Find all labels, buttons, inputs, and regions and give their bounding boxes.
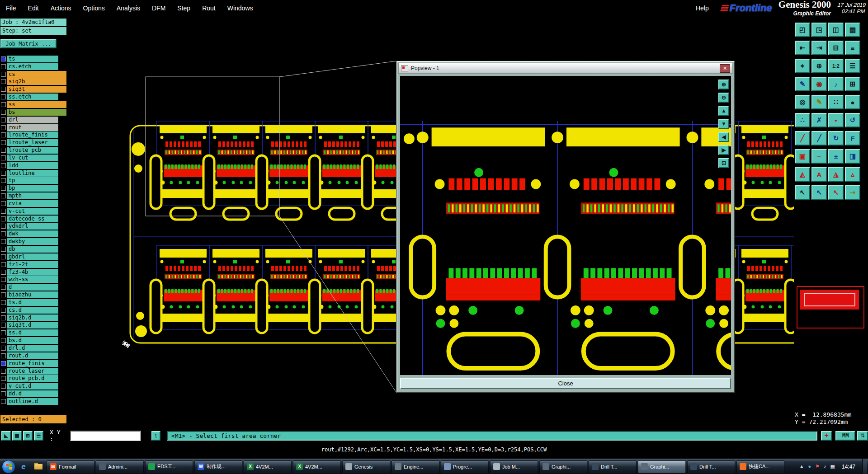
popview-close-x-button[interactable]: ✕ bbox=[720, 64, 730, 73]
layer-name[interactable]: dd.d bbox=[7, 390, 58, 397]
layer-visibility-checkbox[interactable] bbox=[1, 155, 6, 160]
layer-row-dwk[interactable]: dwk bbox=[0, 230, 68, 238]
layer-name[interactable]: db bbox=[7, 246, 58, 253]
layer-name[interactable]: loutline bbox=[7, 170, 58, 177]
tray-update-icon[interactable]: ● bbox=[808, 464, 811, 469]
popview-close-button[interactable]: Close bbox=[400, 378, 731, 389]
filled-circle-tool-button[interactable]: ● bbox=[845, 95, 860, 109]
layer-visibility-checkbox[interactable] bbox=[1, 87, 6, 92]
center-view-button[interactable]: ⌖ bbox=[795, 59, 810, 73]
layer-row-fz3-4b[interactable]: fz3-4b bbox=[0, 268, 68, 276]
layer-name[interactable]: outline.d bbox=[7, 398, 58, 405]
layer-row-ss.d[interactable]: ss.d bbox=[0, 329, 68, 337]
layer-visibility-checkbox[interactable] bbox=[1, 72, 6, 77]
draw-line-button[interactable]: ✎ bbox=[795, 77, 810, 91]
layer-name[interactable]: drl bbox=[7, 117, 58, 123]
layer-name[interactable]: route_pcb.d bbox=[7, 375, 58, 382]
layer-visibility-checkbox[interactable] bbox=[1, 148, 6, 153]
taskbar-app-9[interactable]: Progre... bbox=[441, 460, 489, 473]
view-quad-button[interactable]: ◳ bbox=[811, 23, 827, 37]
taskbar-app-6[interactable]: X4V2M... bbox=[293, 460, 341, 473]
layer-row-gbdrl[interactable]: gbdrl bbox=[0, 253, 68, 261]
layer-visibility-checkbox[interactable] bbox=[1, 125, 6, 130]
layer-name[interactable]: d bbox=[7, 284, 58, 291]
layer-name[interactable]: lroute_pcb bbox=[7, 147, 58, 154]
angle-tool-a-button[interactable]: ◭ bbox=[795, 167, 810, 182]
layer-visibility-checkbox[interactable] bbox=[1, 369, 6, 374]
layer-name[interactable]: tp bbox=[7, 177, 58, 184]
layer-visibility-checkbox[interactable] bbox=[1, 285, 6, 290]
taskbar-explorer-button[interactable] bbox=[32, 461, 45, 473]
taskbar-app-4[interactable]: W制作规... bbox=[194, 460, 242, 473]
layer-row-route_finis[interactable]: route_finis bbox=[0, 360, 68, 367]
layer-visibility-checkbox[interactable] bbox=[1, 376, 6, 381]
layer-visibility-checkbox[interactable] bbox=[1, 270, 6, 275]
layer-name[interactable]: ss.d bbox=[7, 329, 58, 336]
scroll-right-button[interactable]: ⇥ bbox=[811, 41, 827, 55]
layer-row-ss.etch[interactable]: ss.etch bbox=[0, 93, 68, 101]
probe-point-button[interactable]: ◉ bbox=[811, 77, 827, 91]
view-split-button[interactable]: ◫ bbox=[828, 23, 844, 37]
origin-button[interactable]: + bbox=[821, 431, 832, 441]
view-minus-button[interactable]: ⊟ bbox=[828, 41, 844, 55]
slope-tool-blue-button[interactable]: ╱ bbox=[811, 131, 827, 145]
layer-row-cs.d[interactable]: cs.d bbox=[0, 306, 68, 314]
cursor-select-button[interactable]: ↖ bbox=[795, 185, 810, 200]
layer-row-ts.d[interactable]: ts.d bbox=[0, 299, 68, 306]
pv-pan-up-button[interactable]: ▲ bbox=[718, 106, 729, 116]
taskbar-app-3[interactable]: EDS工... bbox=[145, 460, 193, 473]
layer-name[interactable]: cs bbox=[7, 71, 66, 78]
menu-rout[interactable]: Rout bbox=[196, 0, 222, 16]
layer-row-lv-cut[interactable]: lv-cut bbox=[0, 154, 68, 162]
circle-tool-button[interactable]: ◎ bbox=[795, 95, 810, 109]
layer-visibility-checkbox[interactable] bbox=[1, 102, 6, 107]
layer-row-ydkdrl[interactable]: ydkdrl bbox=[0, 223, 68, 230]
angle-tool-c-button[interactable]: ◮ bbox=[828, 167, 844, 182]
layer-name[interactable]: bp bbox=[7, 185, 58, 192]
grid-tool-button[interactable]: ▦ bbox=[12, 431, 22, 441]
layer-row-ts[interactable]: ts bbox=[0, 55, 68, 63]
menu-edit[interactable]: Edit bbox=[22, 0, 45, 16]
layer-row-loutline[interactable]: loutline bbox=[0, 169, 68, 177]
layer-visibility-checkbox[interactable] bbox=[1, 110, 6, 115]
layer-visibility-checkbox[interactable] bbox=[1, 163, 6, 168]
pv-pan-down-button[interactable]: ▼ bbox=[718, 119, 729, 129]
layer-visibility-checkbox[interactable] bbox=[1, 338, 6, 343]
layer-visibility-checkbox[interactable] bbox=[1, 239, 6, 244]
layer-name[interactable]: bs.d bbox=[7, 337, 58, 344]
pattern-tool-button[interactable]: ∷ bbox=[828, 95, 844, 109]
coord-count-button[interactable]: 1 bbox=[151, 431, 160, 441]
layer-row-wzh-ss[interactable]: wzh-ss bbox=[0, 276, 68, 283]
menu-analysis[interactable]: Analysis bbox=[111, 0, 146, 16]
dot-tool-button[interactable]: • bbox=[828, 113, 844, 127]
layer-row-siq2b[interactable]: siq2b bbox=[0, 78, 68, 86]
pv-fit-button[interactable]: ⊡ bbox=[718, 158, 729, 168]
layer-visibility-checkbox[interactable] bbox=[1, 216, 6, 221]
layer-visibility-checkbox[interactable] bbox=[1, 209, 6, 214]
layer-row-cvia[interactable]: cvia bbox=[0, 200, 68, 207]
layer-row-drl[interactable]: drl bbox=[0, 116, 68, 124]
scroll-left-button[interactable]: ⇤ bbox=[795, 41, 810, 55]
cursor-dashed-button[interactable]: ⇢ bbox=[845, 185, 860, 200]
layer-visibility-checkbox[interactable] bbox=[1, 231, 6, 236]
layer-name[interactable]: ts bbox=[7, 56, 58, 62]
layer-visibility-checkbox[interactable] bbox=[1, 64, 6, 69]
layer-row-bs[interactable]: bs bbox=[0, 108, 68, 116]
taskbar-app-14[interactable]: Drill T... bbox=[687, 460, 735, 473]
layer-name[interactable]: rout.d bbox=[7, 352, 58, 359]
popview-canvas[interactable]: ⊕⊖▲▼◀▶⊡ bbox=[400, 76, 731, 375]
layer-row-v-cut.d[interactable]: v-cut.d bbox=[0, 382, 68, 390]
layer-row-dd.d[interactable]: dd.d bbox=[0, 390, 68, 398]
show-desktop-button[interactable] bbox=[862, 459, 867, 474]
layer-visibility-checkbox[interactable] bbox=[1, 224, 6, 229]
layer-visibility-checkbox[interactable] bbox=[1, 323, 6, 328]
layer-visibility-checkbox[interactable] bbox=[1, 56, 6, 61]
layer-row-route_laser[interactable]: route_laser bbox=[0, 367, 68, 375]
layer-row-v-cut[interactable]: v-cut bbox=[0, 207, 68, 215]
pv-zoom-out-button[interactable]: ⊖ bbox=[718, 93, 729, 103]
layer-name[interactable]: fz3-4b bbox=[7, 269, 58, 276]
layer-visibility-checkbox[interactable] bbox=[1, 171, 6, 176]
layer-visibility-checkbox[interactable] bbox=[1, 353, 6, 358]
layer-row-d[interactable]: d bbox=[0, 283, 68, 291]
text-tool-button[interactable]: F bbox=[845, 131, 860, 145]
